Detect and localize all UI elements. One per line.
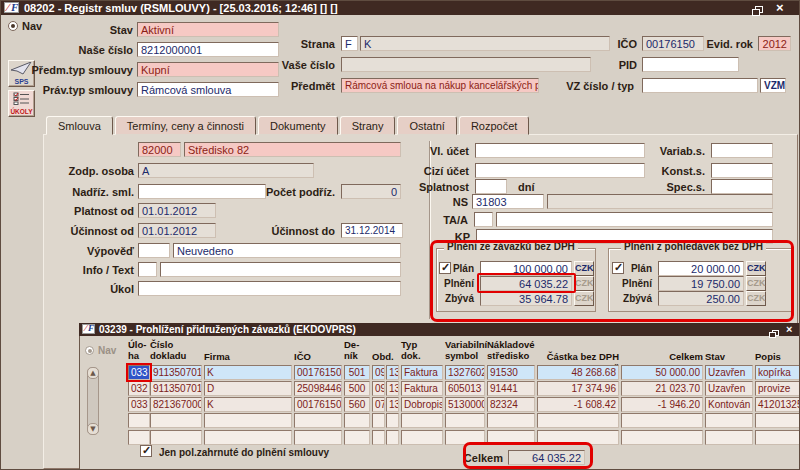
scroll-up-icon[interactable]: ▲: [87, 367, 99, 379]
predm-typ-field[interactable]: Kupní: [137, 62, 279, 77]
vypoved-code-field[interactable]: [138, 243, 170, 258]
cell-uloha[interactable]: 033: [128, 365, 150, 380]
cell-typ[interactable]: [401, 413, 443, 428]
cell-uloha[interactable]: [128, 430, 150, 445]
cell-obd2[interactable]: [386, 413, 399, 428]
prav-typ-field[interactable]: Rámcová smlouva: [137, 82, 279, 97]
platnost-od-field[interactable]: 01.01.2012: [138, 203, 216, 218]
cell-celkem[interactable]: -1 946.20: [621, 397, 703, 412]
pid-field[interactable]: [642, 57, 739, 72]
vz-cislo-field[interactable]: [642, 78, 758, 93]
cell-cislo[interactable]: [150, 413, 202, 428]
cell-ns[interactable]: 91530: [487, 365, 535, 380]
cell-celkem[interactable]: [621, 430, 703, 445]
plan-pohledavky-field[interactable]: 20 000.00: [658, 261, 744, 276]
cell-obd1[interactable]: 09: [372, 365, 385, 380]
jen-pol-checkbox[interactable]: ✓: [140, 445, 152, 457]
vypoved-text-field[interactable]: Neuvedeno: [173, 243, 401, 258]
cell-denik[interactable]: [344, 413, 370, 428]
cell-ns[interactable]: 91441: [487, 381, 535, 396]
tab-ostatni[interactable]: Ostatní: [397, 116, 456, 135]
ucinnost-do-field[interactable]: 31.12.2014: [341, 223, 403, 238]
cell-uloha[interactable]: 033: [128, 397, 150, 412]
cell-obd2[interactable]: 13: [386, 397, 399, 412]
cell-popis[interactable]: kopírka: [755, 365, 800, 380]
cell-denik[interactable]: 500: [344, 381, 370, 396]
cell-firma[interactable]: K: [204, 397, 292, 412]
cell-obd1[interactable]: 07: [372, 397, 385, 412]
cell-popis[interactable]: 4120132536: [755, 397, 800, 412]
cell-obd2[interactable]: 13: [386, 381, 399, 396]
cell-castka[interactable]: [537, 430, 619, 445]
cell-firma[interactable]: K: [204, 365, 292, 380]
cell-obd1[interactable]: [372, 430, 385, 445]
celkem-total-field[interactable]: 64 035.22: [508, 450, 585, 465]
tab-dokumenty[interactable]: Dokumenty: [258, 116, 338, 135]
cell-cislo[interactable]: 9113507014: [150, 381, 202, 396]
cell-vs[interactable]: [445, 413, 485, 428]
nase-cislo-field[interactable]: 8212000001: [137, 42, 279, 57]
konst-s-field[interactable]: [711, 163, 773, 178]
zodpovida-ns-name-field[interactable]: Středisko 82: [184, 142, 401, 157]
vzm-button[interactable]: VZM: [760, 78, 786, 93]
cell-ns[interactable]: 82324: [487, 397, 535, 412]
cell-castka[interactable]: 17 374.96: [537, 381, 619, 396]
cell-vs[interactable]: 605013: [445, 381, 485, 396]
cell-cislo[interactable]: 9113507012: [150, 365, 202, 380]
cell-vs[interactable]: 5130000590: [445, 397, 485, 412]
cell-cislo[interactable]: [150, 430, 202, 445]
ns-name-field[interactable]: [547, 194, 773, 209]
ukol-field[interactable]: [138, 281, 401, 296]
cell-obd2[interactable]: 13: [386, 365, 399, 380]
cell-denik[interactable]: [344, 430, 370, 445]
cell-ns[interactable]: [487, 413, 535, 428]
zbyva-pohledavky-field[interactable]: 250.00: [658, 291, 744, 306]
taa-text-field[interactable]: [496, 212, 773, 227]
info-code-field[interactable]: [138, 262, 157, 277]
plneni-pohledavky-field[interactable]: 19 750.00: [658, 276, 744, 291]
cell-stav[interactable]: [705, 430, 753, 445]
cell-firma[interactable]: D: [204, 381, 292, 396]
strana-field-1[interactable]: F: [341, 36, 358, 51]
splatnost-field[interactable]: [475, 179, 507, 194]
cell-popis[interactable]: [755, 413, 800, 428]
cell-typ[interactable]: Dobropis: [401, 397, 443, 412]
cell-denik[interactable]: 560: [344, 397, 370, 412]
cell-ico[interactable]: 25098446: [294, 381, 342, 396]
cizi-ucet-field[interactable]: [475, 163, 645, 178]
cell-typ[interactable]: [401, 430, 443, 445]
cell-typ[interactable]: Faktura: [401, 365, 443, 380]
cell-popis[interactable]: provize: [755, 381, 800, 396]
subwindow-close-icon[interactable]: ×: [786, 323, 792, 335]
cell-ico[interactable]: 00176150: [294, 397, 342, 412]
cell-typ[interactable]: Faktura: [401, 381, 443, 396]
plan-zavazky-currency[interactable]: CZK: [574, 261, 594, 276]
tab-rozpocet[interactable]: Rozpočet: [459, 116, 529, 135]
variab-s-field[interactable]: [711, 143, 773, 158]
cell-stav[interactable]: [705, 413, 753, 428]
cell-celkem[interactable]: 21 023.70: [621, 381, 703, 396]
cell-stav[interactable]: Uzavřen: [705, 365, 753, 380]
plan-pohledavky-currency[interactable]: CZK: [746, 261, 766, 276]
cell-vs[interactable]: [445, 430, 485, 445]
plan-zavazky-field[interactable]: 100 000.00: [480, 261, 572, 276]
strana-field-2[interactable]: K: [360, 36, 610, 51]
cell-castka[interactable]: [537, 413, 619, 428]
cell-ico[interactable]: 00176150: [294, 365, 342, 380]
vl-ucet-field[interactable]: [475, 143, 645, 158]
cell-castka[interactable]: -1 608.42: [537, 397, 619, 412]
subwindow-nav-radio[interactable]: [85, 346, 94, 355]
ns-code-field[interactable]: 31803: [472, 194, 544, 209]
cell-ico[interactable]: [294, 430, 342, 445]
ucinnost-od-field[interactable]: 01.01.2012: [138, 223, 216, 238]
cell-obd2[interactable]: [386, 430, 399, 445]
plneni-zavazky-field[interactable]: 64 035.22: [480, 276, 572, 291]
cell-popis[interactable]: [755, 430, 800, 445]
cell-obd1[interactable]: 09: [372, 381, 385, 396]
cell-celkem[interactable]: [621, 413, 703, 428]
vase-cislo-field[interactable]: [341, 57, 591, 72]
predmet-field[interactable]: Rámcová smloua na nákup kancelářských po…: [341, 78, 539, 93]
pocet-podriz-field[interactable]: 0: [341, 184, 401, 199]
scroll-down-icon[interactable]: ▼: [87, 423, 99, 435]
stav-field[interactable]: Aktivní: [137, 22, 279, 37]
